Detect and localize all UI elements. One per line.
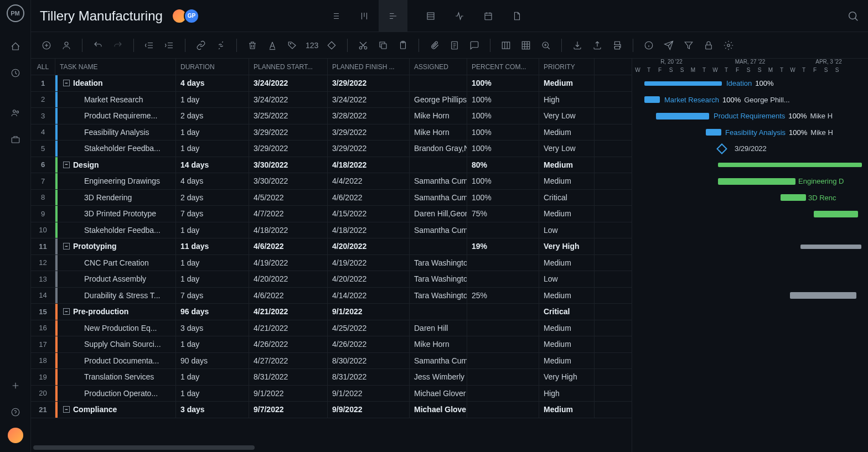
cell-duration[interactable]: 96 days — [176, 304, 249, 320]
undo-icon[interactable] — [91, 39, 105, 52]
cell-finish[interactable]: 4/20/2022 — [328, 271, 410, 287]
cell-assigned[interactable]: Mike Horn — [410, 108, 467, 124]
cell-percent[interactable] — [467, 320, 539, 336]
cell-duration[interactable]: 4 days — [176, 173, 249, 189]
team-icon[interactable] — [4, 102, 27, 124]
cell-assigned[interactable]: Michael Glover — [410, 386, 467, 402]
task-row[interactable]: 19 Translation Services 1 day 8/31/2022 … — [31, 369, 632, 386]
cell-assigned[interactable]: Tara Washingto — [410, 271, 467, 287]
cell-duration[interactable]: 3 days — [176, 320, 249, 336]
gantt-chart[interactable]: R, 20 '22MAR, 27 '22APR, 3 '22 WTFSSMTWT… — [632, 59, 868, 452]
zoom-icon[interactable] — [539, 39, 552, 52]
gantt-row[interactable]: Market Research100%George Phill... — [632, 92, 868, 108]
cell-percent[interactable]: 100% — [467, 108, 539, 124]
cell-finish[interactable]: 4/20/2022 — [328, 238, 410, 254]
gantt-bar[interactable] — [644, 96, 660, 103]
collapse-icon[interactable]: − — [63, 243, 70, 250]
text-style-icon[interactable] — [266, 39, 279, 52]
cell-priority[interactable]: Medium — [539, 173, 595, 189]
cell-percent[interactable]: 100% — [467, 173, 539, 189]
cell-percent[interactable] — [467, 271, 539, 287]
cell-percent[interactable]: 100% — [467, 124, 539, 141]
cell-duration[interactable]: 14 days — [176, 157, 249, 173]
cell-assigned[interactable]: Daren Hill,Geor — [410, 206, 467, 222]
cell-percent[interactable]: 75% — [467, 206, 539, 222]
gantt-row[interactable] — [632, 304, 868, 320]
cell-assigned[interactable]: Brandon Gray,N — [410, 141, 467, 157]
cell-duration[interactable]: 2 days — [176, 108, 249, 124]
collapse-icon[interactable]: − — [63, 308, 70, 315]
redo-icon[interactable] — [111, 39, 125, 52]
task-row[interactable]: 14 Durability & Stress T... 7 days 4/6/2… — [31, 288, 632, 304]
view-gantt-icon[interactable] — [379, 0, 407, 32]
gantt-row[interactable] — [632, 386, 868, 402]
cell-finish[interactable]: 4/15/2022 — [328, 206, 410, 222]
cell-assigned[interactable] — [410, 304, 467, 320]
cell-percent[interactable] — [467, 255, 539, 271]
tag-icon[interactable] — [286, 39, 299, 52]
export-icon[interactable] — [591, 39, 604, 52]
task-row[interactable]: 16 New Production Eq... 3 days 4/21/2022… — [31, 320, 632, 337]
cell-duration[interactable]: 1 day — [176, 255, 249, 271]
cell-start[interactable]: 4/6/2022 — [249, 238, 328, 254]
cell-percent[interactable] — [467, 304, 539, 320]
cell-assigned[interactable]: Samantha Cum — [410, 190, 467, 206]
cell-start[interactable]: 4/18/2022 — [249, 222, 328, 238]
cell-percent[interactable]: 100% — [467, 75, 539, 91]
cell-priority[interactable]: Medium — [539, 402, 595, 418]
cell-priority[interactable]: Low — [539, 222, 595, 238]
cell-assigned[interactable]: Samantha Cum — [410, 173, 467, 189]
cell-duration[interactable]: 1 day — [176, 369, 249, 385]
cell-percent[interactable] — [467, 222, 539, 238]
cell-priority[interactable]: Very Low — [539, 141, 595, 157]
cell-duration[interactable]: 7 days — [176, 206, 249, 222]
cell-priority[interactable]: Medium — [539, 336, 595, 352]
cell-finish[interactable]: 3/29/2022 — [328, 141, 410, 157]
task-row[interactable]: 12 CNC Part Creation 1 day 4/19/2022 4/1… — [31, 255, 632, 272]
milestone-icon[interactable] — [325, 39, 338, 52]
col-task-name[interactable]: TASK NAME — [55, 59, 176, 75]
cell-finish[interactable]: 4/18/2022 — [328, 157, 410, 173]
gantt-row[interactable]: 3/29/2022 — [632, 141, 868, 157]
cell-finish[interactable]: 4/14/2022 — [328, 288, 410, 304]
cell-duration[interactable]: 11 days — [176, 238, 249, 254]
gantt-bar[interactable] — [718, 163, 862, 167]
cell-start[interactable]: 3/30/2022 — [249, 173, 328, 189]
gantt-row[interactable]: Feasibility Analysis100%Mike H — [632, 124, 868, 141]
task-row[interactable]: 21 −Compliance 3 days 9/7/2022 9/9/2022 … — [31, 402, 632, 418]
cell-priority[interactable]: Medium — [539, 157, 595, 173]
gantt-row[interactable] — [632, 353, 868, 370]
cell-percent[interactable]: 19% — [467, 238, 539, 254]
cell-start[interactable]: 4/7/2022 — [249, 206, 328, 222]
cell-priority[interactable]: Very High — [539, 238, 595, 254]
col-percent[interactable]: PERCENT COM... — [467, 59, 539, 75]
cell-finish[interactable]: 4/26/2022 — [328, 336, 410, 352]
cell-duration[interactable]: 90 days — [176, 353, 249, 369]
task-row[interactable]: 3 Product Requireme... 2 days 3/25/2022 … — [31, 108, 632, 124]
task-row[interactable]: 2 Market Research 1 day 3/24/2022 3/24/2… — [31, 92, 632, 108]
cell-start[interactable]: 4/19/2022 — [249, 255, 328, 271]
view-board-icon[interactable] — [350, 0, 379, 32]
gantt-row[interactable] — [632, 336, 868, 353]
cell-start[interactable]: 3/30/2022 — [249, 157, 328, 173]
cell-priority[interactable]: Critical — [539, 304, 595, 320]
settings-icon[interactable] — [722, 39, 735, 52]
task-row[interactable]: 17 Supply Chain Sourci... 1 day 4/26/202… — [31, 336, 632, 353]
gantt-row[interactable] — [632, 271, 868, 288]
cell-finish[interactable]: 3/24/2022 — [328, 92, 410, 108]
cell-percent[interactable]: 80% — [467, 157, 539, 173]
gantt-row[interactable] — [632, 320, 868, 337]
grid-icon[interactable] — [519, 39, 533, 52]
cell-priority[interactable]: High — [539, 92, 595, 108]
task-row[interactable]: 4 Feasibility Analysis 1 day 3/29/2022 3… — [31, 124, 632, 141]
cell-duration[interactable]: 4 days — [176, 75, 249, 91]
paste-icon[interactable] — [396, 39, 410, 52]
help-icon[interactable] — [4, 401, 27, 423]
cell-finish[interactable]: 4/25/2022 — [328, 320, 410, 336]
task-row[interactable]: 6 −Design 14 days 3/30/2022 4/18/2022 80… — [31, 157, 632, 174]
col-all[interactable]: ALL — [31, 59, 55, 75]
gantt-bar[interactable] — [800, 245, 861, 249]
col-duration[interactable]: DURATION — [176, 59, 249, 75]
home-icon[interactable] — [4, 35, 27, 58]
gantt-bar[interactable] — [656, 113, 709, 120]
